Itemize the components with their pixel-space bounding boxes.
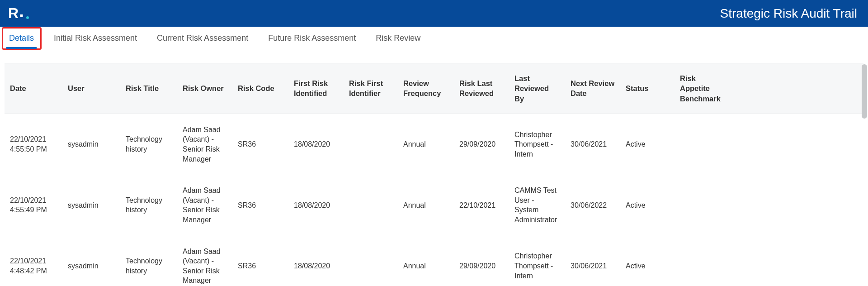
cell-risk-appetite-benchmark [675, 133, 729, 155]
col-status[interactable]: Status [620, 73, 675, 103]
cell-user: sysadmin [62, 129, 120, 160]
col-risk-appetite-benchmark[interactable]: Risk Appetite Benchmark [675, 63, 729, 114]
vertical-scrollbar[interactable] [862, 64, 867, 286]
col-next-review-date[interactable]: Next Review Date [565, 68, 620, 109]
cell-risk-title: Technology history [120, 124, 177, 165]
cell-review-frequency: Annual [398, 190, 454, 221]
cell-risk-first-identifier [344, 255, 398, 277]
table-row: 22/10/2021 4:48:42 PM sysadmin Technolog… [5, 236, 863, 286]
cell-risk-last-reviewed: 22/10/2021 [454, 190, 509, 221]
scrollbar-thumb[interactable] [862, 64, 867, 119]
cell-risk-owner: Adam Saad (Vacant) - Senior Risk Manager [177, 114, 232, 175]
cell-risk-owner: Adam Saad (Vacant) - Senior Risk Manager [177, 175, 232, 235]
col-risk-owner[interactable]: Risk Owner [177, 73, 232, 103]
page-title: Strategic Risk Audit Trail [720, 6, 857, 21]
cell-status: Active [620, 190, 675, 221]
cell-risk-first-identifier [344, 133, 398, 155]
col-last-reviewed-by[interactable]: Last Reviewed By [509, 63, 565, 114]
col-risk-title[interactable]: Risk Title [120, 73, 177, 103]
cell-risk-code: SR36 [232, 190, 288, 221]
col-first-risk-identified[interactable]: First Risk Identified [288, 68, 344, 109]
cell-status: Active [620, 250, 675, 282]
cell-last-reviewed-by: CAMMS Test User - System Administrator [509, 175, 565, 235]
tab-future-risk-assessment[interactable]: Future Risk Assessment [267, 28, 357, 48]
cell-first-risk-identified: 18/08/2020 [288, 129, 344, 160]
cell-risk-title: Technology history [120, 185, 177, 226]
cell-user: sysadmin [62, 250, 120, 282]
cell-risk-title: Technology history [120, 245, 177, 286]
cell-first-risk-identified: 18/08/2020 [288, 250, 344, 282]
table-header-row: Date User Risk Title Risk Owner Risk Cod… [5, 63, 863, 114]
col-risk-last-reviewed[interactable]: Risk Last Reviewed [454, 68, 509, 109]
cell-last-reviewed-by: Christopher Thompsett - Intern [509, 119, 565, 170]
col-risk-first-identifier[interactable]: Risk First Identifier [344, 68, 398, 109]
cell-first-risk-identified: 18/08/2020 [288, 190, 344, 221]
tab-bar: Details Initial Risk Assessment Current … [0, 27, 868, 50]
tab-risk-review[interactable]: Risk Review [375, 28, 421, 48]
cell-risk-last-reviewed: 29/09/2020 [454, 250, 509, 282]
col-review-frequency[interactable]: Review Frequency [398, 68, 454, 109]
cell-date: 22/10/2021 4:55:50 PM [5, 124, 62, 165]
col-date[interactable]: Date [5, 73, 62, 103]
cell-risk-code: SR36 [232, 129, 288, 160]
cell-last-reviewed-by: Christopher Thompsett - Intern [509, 240, 565, 286]
cell-review-frequency: Annual [398, 129, 454, 160]
tab-current-risk-assessment[interactable]: Current Risk Assessment [156, 28, 249, 48]
cell-risk-code: SR36 [232, 250, 288, 282]
cell-next-review-date: 30/06/2021 [565, 250, 620, 282]
cell-date: 22/10/2021 4:48:42 PM [5, 245, 62, 286]
cell-next-review-date: 30/06/2022 [565, 190, 620, 221]
cell-risk-owner: Adam Saad (Vacant) - Senior Risk Manager [177, 236, 232, 286]
tab-details[interactable]: Details [8, 28, 35, 48]
logo-dot-icon [26, 16, 29, 19]
tab-initial-risk-assessment[interactable]: Initial Risk Assessment [53, 28, 138, 48]
cell-status: Active [620, 129, 675, 160]
cell-risk-appetite-benchmark [675, 255, 729, 277]
col-user[interactable]: User [62, 73, 120, 103]
col-risk-code[interactable]: Risk Code [232, 73, 288, 103]
app-logo: R. [8, 5, 29, 22]
cell-next-review-date: 30/06/2021 [565, 129, 620, 160]
logo-text: R [8, 5, 19, 22]
table-row: 22/10/2021 4:55:49 PM sysadmin Technolog… [5, 175, 863, 235]
app-header: R. Strategic Risk Audit Trail [0, 0, 868, 27]
table-row: 22/10/2021 4:55:50 PM sysadmin Technolog… [5, 114, 863, 175]
cell-date: 22/10/2021 4:55:49 PM [5, 185, 62, 226]
cell-user: sysadmin [62, 190, 120, 221]
cell-risk-last-reviewed: 29/09/2020 [454, 129, 509, 160]
audit-table-container: Date User Risk Title Risk Owner Risk Cod… [5, 63, 863, 286]
cell-risk-appetite-benchmark [675, 194, 729, 216]
cell-review-frequency: Annual [398, 250, 454, 282]
cell-risk-first-identifier [344, 194, 398, 216]
